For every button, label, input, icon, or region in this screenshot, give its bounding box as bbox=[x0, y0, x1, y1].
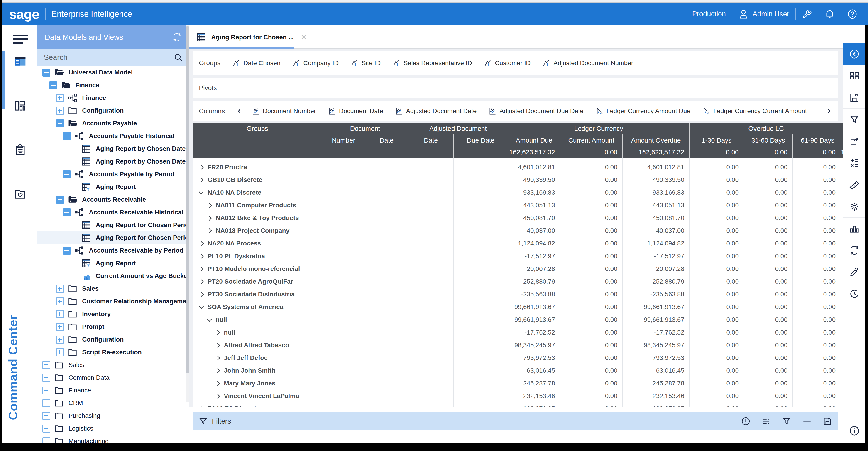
collapse-toggle[interactable] bbox=[63, 170, 71, 178]
rail-button-save[interactable] bbox=[843, 87, 865, 109]
tree-scrollbar-thumb[interactable] bbox=[186, 26, 189, 373]
tree-item-universal-data-model[interactable]: Universal Data Model bbox=[37, 66, 189, 79]
chevron-right-icon[interactable] bbox=[826, 108, 832, 114]
tree-item-accounts-receivable[interactable]: Accounts Receivable bbox=[37, 193, 189, 206]
group-chip-site-id[interactable]: Site ID bbox=[350, 59, 380, 67]
column-chip-document-date[interactable]: Document Date bbox=[328, 107, 383, 115]
expand-toggle[interactable] bbox=[56, 94, 64, 102]
rail-button-ruler[interactable] bbox=[843, 174, 865, 196]
list-icon[interactable] bbox=[762, 417, 771, 426]
tree-item-aging-report-for-chosen-period-tc[interactable]: Aging Report for Chosen Period TC bbox=[37, 219, 189, 231]
expand-row-icon[interactable] bbox=[215, 330, 220, 335]
close-icon[interactable]: ✕ bbox=[301, 33, 307, 41]
rail-button-refresh[interactable] bbox=[843, 239, 865, 261]
expand-toggle[interactable] bbox=[56, 107, 64, 115]
group-name[interactable]: Alfred Alfred Tabasco bbox=[224, 342, 289, 349]
rail-button-eyedropper[interactable] bbox=[843, 261, 865, 283]
expand-toggle[interactable] bbox=[42, 438, 50, 443]
column-header-current-amount[interactable]: Current Amount bbox=[560, 135, 623, 146]
clipboard-icon[interactable] bbox=[13, 143, 27, 156]
rail-button-history[interactable] bbox=[843, 283, 865, 305]
user-menu[interactable]: Admin User bbox=[738, 9, 789, 20]
environment-label[interactable]: Production bbox=[692, 10, 726, 18]
column-header-number[interactable]: Number bbox=[322, 135, 365, 146]
expand-toggle[interactable] bbox=[56, 323, 64, 331]
tree-item-sales[interactable]: Sales bbox=[37, 359, 189, 371]
expand-toggle[interactable] bbox=[42, 387, 50, 394]
collapse-toggle[interactable] bbox=[42, 68, 50, 77]
column-group-ledger-currency[interactable]: Ledger Currency bbox=[508, 123, 689, 135]
expand-toggle[interactable] bbox=[42, 361, 50, 369]
expand-row-icon[interactable] bbox=[199, 266, 204, 271]
bell-icon[interactable] bbox=[824, 9, 835, 20]
expand-toggle[interactable] bbox=[42, 412, 50, 420]
rail-button-filter[interactable] bbox=[843, 109, 865, 130]
group-name[interactable]: Jeff Jeff Defoe bbox=[224, 354, 268, 362]
data-models-icon[interactable] bbox=[13, 55, 27, 68]
expand-row-icon[interactable] bbox=[199, 254, 204, 258]
filters-bar[interactable]: Filters bbox=[193, 412, 838, 430]
collapse-toggle[interactable] bbox=[63, 208, 71, 217]
group-name[interactable]: NA013 Project Company bbox=[216, 227, 289, 234]
collapse-toggle[interactable] bbox=[56, 196, 64, 204]
expand-row-icon[interactable] bbox=[199, 177, 204, 182]
expand-row-icon[interactable] bbox=[199, 279, 204, 284]
group-name[interactable]: NA011 Computer Products bbox=[216, 202, 296, 209]
group-name[interactable]: NA20 NA Process bbox=[208, 240, 261, 247]
wrench-icon[interactable] bbox=[802, 9, 812, 20]
expand-row-icon[interactable] bbox=[207, 228, 212, 233]
tree-item-accounts-payable-by-period[interactable]: Accounts Payable by Period bbox=[37, 168, 189, 180]
group-name[interactable]: PT20 Sociedade AgroQuiFar bbox=[208, 278, 293, 285]
tree-item-accounts-receivable-by-period[interactable]: Accounts Receivable by Period bbox=[37, 244, 189, 257]
group-name[interactable]: FR20 Procfra bbox=[208, 164, 247, 171]
group-name[interactable]: SOA Systems of America bbox=[208, 303, 283, 311]
expand-toggle[interactable] bbox=[56, 298, 64, 305]
group-name[interactable]: null bbox=[216, 316, 227, 323]
expand-row-icon[interactable] bbox=[215, 368, 220, 373]
tree-item-purchasing[interactable]: Purchasing bbox=[37, 410, 189, 422]
tree-item-finance[interactable]: Finance bbox=[37, 79, 189, 91]
rail-button-export[interactable] bbox=[843, 130, 865, 152]
column-header-61-90-days[interactable]: 61-90 Days bbox=[793, 135, 843, 146]
expand-row-icon[interactable] bbox=[215, 394, 220, 398]
tree-item-customer-relationship-management[interactable]: Customer Relationship Management bbox=[37, 295, 189, 308]
tree-item-finance[interactable]: Finance bbox=[37, 384, 189, 397]
group-name[interactable]: Vincent Vincent LaPalma bbox=[224, 392, 299, 400]
expand-row-icon[interactable] bbox=[199, 406, 204, 407]
favorites-folder-icon[interactable] bbox=[13, 188, 27, 200]
chevron-left-icon[interactable] bbox=[237, 108, 243, 114]
group-name[interactable]: NA10 NA Discrete bbox=[208, 189, 261, 196]
search-icon[interactable] bbox=[174, 53, 183, 62]
tree-item-current-amount-vs-age-buckets[interactable]: Current Amount vs Age Buckets bbox=[37, 270, 189, 282]
column-chip-ledger-currency-amount-due[interactable]: Ledger Currency Amount Due bbox=[595, 107, 690, 115]
column-header-empty[interactable] bbox=[193, 135, 322, 146]
rail-button-collapse-panel[interactable] bbox=[843, 43, 865, 65]
column-header-amount-overdue[interactable]: Amount Overdue bbox=[623, 135, 689, 146]
group-name[interactable]: NA012 Bike & Toy Products bbox=[216, 215, 299, 222]
group-chip-customer-id[interactable]: Customer ID bbox=[484, 59, 530, 67]
tree-scrollbar[interactable] bbox=[186, 25, 189, 402]
group-name[interactable]: John John Smith bbox=[224, 367, 275, 374]
collapse-toggle[interactable] bbox=[63, 132, 71, 140]
add-icon[interactable] bbox=[802, 417, 812, 426]
tree-item-configuration[interactable]: Configuration bbox=[37, 104, 189, 117]
group-name[interactable]: GB10 GB Discrete bbox=[208, 176, 262, 184]
expand-row-icon[interactable] bbox=[215, 356, 220, 360]
column-chip-adjusted-document-due-date[interactable]: Adjusted Document Due Date bbox=[488, 107, 583, 115]
column-chip-adjusted-document-date[interactable]: Adjusted Document Date bbox=[395, 107, 476, 115]
expand-row-icon[interactable] bbox=[215, 381, 220, 386]
group-name[interactable]: null bbox=[224, 329, 235, 336]
expand-toggle[interactable] bbox=[56, 310, 64, 318]
expand-toggle[interactable] bbox=[56, 336, 64, 344]
group-name[interactable]: ZA10 ZA Discrete bbox=[208, 405, 260, 407]
rail-button-formula[interactable] bbox=[843, 152, 865, 174]
tree-item-aging-report-by-chosen-date-lc[interactable]: Aging Report by Chosen Date LC bbox=[37, 155, 189, 168]
expand-row-icon[interactable] bbox=[199, 292, 204, 297]
collapse-toggle[interactable] bbox=[49, 81, 57, 89]
column-chip-document-number[interactable]: Document Number bbox=[251, 107, 316, 115]
column-header-amount-due[interactable]: Amount Due bbox=[508, 135, 560, 146]
tree-item-accounts-payable-historical[interactable]: Accounts Payable Historical bbox=[37, 130, 189, 142]
group-name[interactable]: PT10 Modelo mono-referencial bbox=[208, 265, 300, 273]
column-header-31-60-days[interactable]: 31-60 Days bbox=[744, 135, 793, 146]
layouts-icon[interactable] bbox=[13, 100, 27, 112]
